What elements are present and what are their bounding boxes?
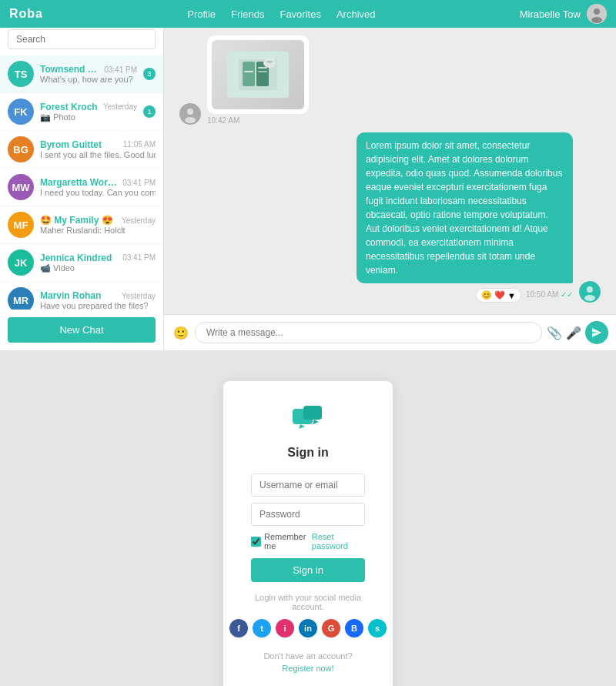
nav-archived[interactable]: Archived xyxy=(336,8,376,20)
social-icon-button[interactable]: in xyxy=(299,619,317,637)
user-name: Mirabelle Tow xyxy=(520,8,581,20)
unread-badge: 1 xyxy=(143,105,156,118)
signin-card: Sign in Remember me Reset password Sign … xyxy=(223,381,393,686)
chat-name: Byrom Guittet xyxy=(40,139,102,150)
svg-point-15 xyxy=(584,295,595,301)
search-input[interactable] xyxy=(8,29,156,49)
no-account-text: Don't have an account? xyxy=(263,651,352,661)
message-input[interactable] xyxy=(195,322,542,343)
chat-list-item[interactable]: MW Margaretta Worvell 03:41 PM I need yo… xyxy=(0,169,163,206)
svg-rect-10 xyxy=(258,67,267,69)
chat-preview: I need you today. Can you come with me? xyxy=(40,188,156,197)
social-icons: ftiinGBs xyxy=(229,619,387,637)
svg-point-14 xyxy=(587,286,593,293)
svg-point-2 xyxy=(591,17,602,23)
chat-input-area: 🙂 📎 🎤 xyxy=(164,314,616,350)
chat-list: TS Townsend Seary 03:41 PM What's up, ho… xyxy=(0,55,163,310)
chat-avatar: MW xyxy=(8,174,34,200)
sidebar: Chats TS Townsend Seary 03:41 PM What's … xyxy=(0,0,164,350)
signin-logo xyxy=(293,406,323,438)
nav-friends[interactable]: Friends xyxy=(231,8,264,20)
message-time: 10:42 AM xyxy=(207,116,309,125)
chat-time: Yesterday xyxy=(122,216,156,225)
social-icon-button[interactable]: G xyxy=(322,619,340,637)
chat-name: Marvin Rohan xyxy=(40,290,101,301)
svg-point-5 xyxy=(185,117,196,123)
chat-list-item[interactable]: MF 🤩 My Family 😍 Yesterday Maher Rusland… xyxy=(0,206,163,244)
microphone-button[interactable]: 🎤 xyxy=(566,326,581,340)
social-icon-button[interactable]: B xyxy=(345,619,363,637)
chat-name: Jennica Kindred xyxy=(40,253,112,263)
social-icon-button[interactable]: i xyxy=(276,619,294,637)
chat-preview: 📷 Photo xyxy=(40,112,137,122)
reset-password-link[interactable]: Reset password xyxy=(312,532,365,550)
chat-preview: 📹 Video xyxy=(40,263,156,273)
chat-avatar: BG xyxy=(8,136,34,162)
chat-list-item[interactable]: JK Jennica Kindred 03:41 PM 📹 Video xyxy=(0,244,163,282)
svg-point-1 xyxy=(594,8,600,15)
send-button[interactable] xyxy=(585,321,608,344)
social-icon-button[interactable]: s xyxy=(368,619,387,637)
register-link[interactable]: Register now! xyxy=(282,664,333,673)
chat-time: 11:05 AM xyxy=(123,140,156,149)
app-logo: Roba xyxy=(9,7,43,21)
new-chat-button[interactable]: New Chat xyxy=(8,317,156,343)
remember-me-checkbox[interactable] xyxy=(251,537,261,547)
username-input[interactable] xyxy=(251,474,365,497)
nav-links: Profile Friends Favorites Archived xyxy=(187,8,375,20)
chat-list-item[interactable]: BG Byrom Guittet 11:05 AM I sent you all… xyxy=(0,131,163,169)
chat-list-item[interactable]: TS Townsend Seary 03:41 PM What's up, ho… xyxy=(0,55,163,93)
chat-preview: Have you prepared the files? xyxy=(40,301,156,310)
sender-avatar xyxy=(579,281,601,303)
chat-time: Yesterday xyxy=(103,102,137,111)
unread-badge: 3 xyxy=(143,68,156,80)
message-row: Lorem ipsum dolor sit amet, consectetur … xyxy=(179,132,601,303)
social-icon-button[interactable]: f xyxy=(229,619,248,637)
chat-preview: What's up, how are you? xyxy=(40,75,137,84)
svg-rect-7 xyxy=(243,62,255,86)
chat-avatar: JK xyxy=(8,249,34,276)
chat-name: Townsend Seary xyxy=(40,64,101,75)
chat-time: 03:41 PM xyxy=(122,253,156,262)
avatar[interactable] xyxy=(587,4,607,24)
message-bubble: Lorem ipsum dolor sit amet, consectetur … xyxy=(357,132,573,283)
chat-avatar: TS xyxy=(8,61,34,87)
chat-time: Yesterday xyxy=(122,292,156,300)
chat-avatar: MF xyxy=(8,212,34,238)
chat-avatar: FK xyxy=(8,99,34,125)
chat-preview: Maher Ruslandi: Holclt xyxy=(40,226,156,235)
chat-name: Forest Kroch xyxy=(40,102,98,112)
chat-time: 03:41 PM xyxy=(104,65,137,74)
password-input[interactable] xyxy=(251,503,365,526)
chat-time: 03:41 PM xyxy=(122,179,156,187)
user-info: Mirabelle Tow xyxy=(520,4,607,24)
svg-rect-9 xyxy=(244,71,253,72)
signin-title: Sign in xyxy=(287,446,328,460)
chat-list-item[interactable]: MR Marvin Rohan Yesterday Have you prepa… xyxy=(0,282,163,310)
reaction-bar: 😊 ❤️ ▼ xyxy=(476,288,521,303)
emoji-button[interactable]: 🙂 xyxy=(172,324,190,342)
nav-profile[interactable]: Profile xyxy=(187,8,216,20)
page-below: Sign in Remember me Reset password Sign … xyxy=(0,350,616,686)
top-nav: Roba Profile Friends Favorites Archived … xyxy=(0,0,616,28)
message-time: 10:50 AM ✓✓ xyxy=(526,290,573,299)
chat-name: Margaretta Worvell xyxy=(40,177,119,188)
signin-button[interactable]: Sign in xyxy=(251,558,365,582)
chat-preview: I sent you all the files. Good luck with… xyxy=(40,150,156,160)
svg-rect-11 xyxy=(258,71,267,72)
image-message xyxy=(207,35,309,114)
svg-point-4 xyxy=(187,109,193,115)
chat-list-item[interactable]: FK Forest Kroch Yesterday 📷 Photo 1 xyxy=(0,93,163,131)
social-text: Login with your social media account. xyxy=(251,593,365,611)
nav-favorites[interactable]: Favorites xyxy=(280,8,320,20)
chat-name: 🤩 My Family 😍 xyxy=(40,215,113,226)
attachment-button[interactable]: 📎 xyxy=(547,326,562,340)
messages-area: 10:42 AM Lorem ipsum dolor sit amet, con… xyxy=(164,23,616,314)
book-image xyxy=(212,40,304,109)
remember-me-label[interactable]: Remember me xyxy=(251,532,312,550)
svg-rect-22 xyxy=(305,407,320,418)
message-row: 10:42 AM xyxy=(179,35,601,125)
chat-area: 😊 ❤️ ▼ 09:23 AM ✓✓ xyxy=(164,0,616,350)
social-icon-button[interactable]: t xyxy=(253,619,271,637)
sender-avatar xyxy=(179,103,201,125)
